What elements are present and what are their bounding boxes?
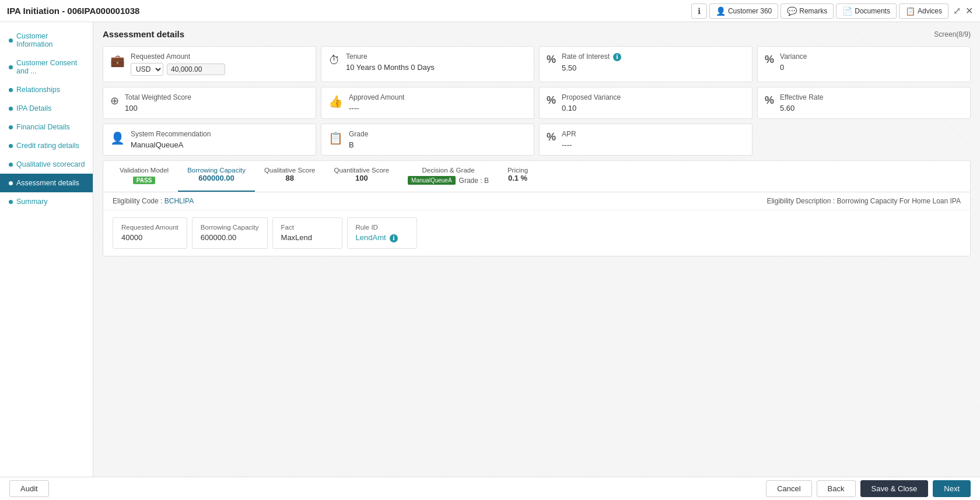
sidebar-item-financial-details[interactable]: Financial Details	[0, 118, 93, 136]
score-icon: ⊕	[110, 94, 119, 107]
eligibility-code-label: Eligibility Code :	[113, 197, 164, 205]
sidebar-item-ipa-details[interactable]: IPA Details	[0, 99, 93, 118]
sidebar-label-customer-info: Customer Information	[16, 32, 86, 48]
card-content-rate: Rate of Interest ℹ 5.50	[562, 52, 745, 72]
sidebar-label-ipa-details: IPA Details	[16, 104, 51, 112]
content-title: Assessment details	[103, 29, 184, 39]
eligibility-code-value[interactable]: BCHLIPA	[164, 197, 194, 205]
tab-validation-model[interactable]: Validation Model PASS	[110, 161, 178, 192]
pass-badge: PASS	[133, 177, 156, 184]
tab-qualitative-score[interactable]: Qualitative Score 88	[255, 161, 325, 192]
tab-borrowing-value: 600000.00	[187, 174, 246, 182]
variance-value: 0	[780, 63, 963, 72]
grade-label: Grade	[349, 130, 527, 138]
bottom-value-borrowing: 600000.00	[201, 233, 259, 242]
tab-pricing[interactable]: Pricing 0.1 %	[498, 161, 537, 192]
rule-id-info-icon[interactable]: ℹ	[390, 234, 398, 242]
tab-qualitative-label: Qualitative Score	[264, 167, 316, 174]
bottom-label-fact: Fact	[281, 224, 334, 231]
audit-button[interactable]: Audit	[9, 480, 49, 497]
grade-card: 📋 Grade B	[321, 124, 534, 156]
tab-quantitative-score[interactable]: Quantitative Score 100	[324, 161, 398, 192]
close-icon[interactable]: ✕	[965, 5, 973, 16]
effective-rate-card: % Effective Rate 5.60	[757, 87, 971, 119]
dot-icon	[9, 65, 13, 69]
card-content-effective: Effective Rate 5.60	[780, 93, 963, 112]
sidebar-label-qualitative-scorecard: Qualitative scorecard	[16, 160, 85, 168]
system-rec-card: 👤 System Recommendation ManualQueueA	[103, 124, 316, 156]
tenure-label: Tenure	[346, 52, 527, 61]
card-content-weighted: Total Weighted Score 100	[125, 93, 309, 112]
info-button[interactable]: ℹ	[691, 3, 707, 19]
documents-button[interactable]: 📄 Documents	[836, 3, 897, 19]
bottom-value-fact: MaxLend	[281, 233, 334, 242]
tab-pricing-label: Pricing	[508, 167, 528, 174]
variance-label: Variance	[780, 52, 963, 61]
tabs-header: Validation Model PASS Borrowing Capacity…	[103, 161, 970, 192]
cancel-button[interactable]: Cancel	[766, 480, 811, 497]
info-cards-row2: ⊕ Total Weighted Score 100 👍 Approved Am…	[103, 87, 971, 119]
rate-info-icon[interactable]: ℹ	[613, 53, 621, 61]
apr-label: APR	[562, 130, 745, 138]
user-icon: 👤	[110, 131, 125, 145]
bottom-value-rule-id: LendAmt ℹ	[356, 233, 408, 242]
grade-value: B	[349, 140, 527, 149]
dot-icon	[9, 181, 13, 185]
footer-right: Cancel Back Save & Close Next	[766, 480, 971, 497]
sidebar-item-assessment-details[interactable]: Assessment details	[0, 174, 93, 192]
approved-value: ----	[349, 104, 527, 112]
bottom-card-rule-id: Rule ID LendAmt ℹ	[347, 217, 417, 249]
resize-icon[interactable]: ⤢	[953, 5, 961, 16]
tab-decision-grade[interactable]: Decision & Grade ManualQueueA Grade : B	[398, 161, 498, 192]
tab-borrowing-capacity[interactable]: Borrowing Capacity 600000.00	[178, 161, 255, 192]
dot-icon	[9, 88, 13, 92]
sidebar-item-credit-rating[interactable]: Credit rating details	[0, 136, 93, 155]
effective-label: Effective Rate	[780, 93, 963, 101]
sidebar-item-relationships[interactable]: Relationships	[0, 80, 93, 99]
bottom-label-rule-id: Rule ID	[356, 224, 408, 231]
info-cards-row3: 👤 System Recommendation ManualQueueA 📋 G…	[103, 124, 971, 156]
card-content-tenure: Tenure 10 Years 0 Months 0 Days	[346, 52, 527, 72]
save-close-button[interactable]: Save & Close	[860, 480, 929, 497]
screen-info: Screen(8/9)	[934, 30, 971, 38]
sidebar-label-summary: Summary	[16, 198, 47, 206]
percent5-icon: %	[547, 131, 556, 143]
dot-icon	[9, 144, 13, 148]
back-button[interactable]: Back	[817, 480, 856, 497]
dot-icon	[9, 38, 13, 43]
bottom-card-fact: Fact MaxLend	[272, 217, 342, 249]
eligibility-code-section: Eligibility Code : BCHLIPA	[113, 197, 194, 205]
proposed-variance-card: % Proposed Variance 0.10	[539, 87, 752, 119]
advices-button[interactable]: 📋 Advices	[899, 3, 949, 19]
sidebar-label-customer-consent: Customer Consent and ...	[16, 59, 86, 75]
card-content-system-rec: System Recommendation ManualQueueA	[131, 130, 309, 149]
manual-queue-badge: ManualQueueA	[408, 176, 456, 185]
card-content-requested-amount: Requested Amount USD	[131, 52, 309, 76]
sidebar-item-customer-info[interactable]: Customer Information	[0, 27, 93, 54]
card-content-grade: Grade B	[349, 130, 527, 149]
remarks-button[interactable]: 💬 Remarks	[780, 3, 834, 19]
eligibility-desc-section: Eligibility Description : Borrowing Capa…	[766, 197, 961, 205]
next-button[interactable]: Next	[933, 480, 971, 497]
variance-card: % Variance 0	[757, 46, 971, 82]
sidebar-item-summary[interactable]: Summary	[0, 192, 93, 211]
rule-id-link[interactable]: LendAmt	[356, 233, 386, 242]
card-content-proposed: Proposed Variance 0.10	[562, 93, 745, 112]
card-content-variance: Variance 0	[780, 52, 963, 72]
briefcase-icon: 💼	[110, 54, 125, 68]
thumb-up-icon: 👍	[328, 94, 343, 108]
customer360-button[interactable]: 👤 Customer 360	[709, 3, 778, 19]
customer-icon: 👤	[716, 6, 726, 16]
currency-select[interactable]: USD	[131, 63, 163, 76]
sidebar-item-qualitative-scorecard[interactable]: Qualitative scorecard	[0, 155, 93, 174]
header-actions: ℹ 👤 Customer 360 💬 Remarks 📄 Documents 📋…	[691, 3, 973, 19]
percent2-icon: %	[765, 54, 774, 66]
approved-amount-card: 👍 Approved Amount ----	[321, 87, 534, 119]
amount-input[interactable]	[167, 64, 225, 75]
rate-label: Rate of Interest ℹ	[562, 52, 745, 61]
percent4-icon: %	[765, 94, 774, 107]
remarks-icon: 💬	[787, 6, 797, 16]
percent3-icon: %	[547, 94, 556, 107]
sidebar-item-customer-consent[interactable]: Customer Consent and ...	[0, 54, 93, 80]
page-title: IPA Initiation - 006IPA000001038	[7, 6, 139, 16]
